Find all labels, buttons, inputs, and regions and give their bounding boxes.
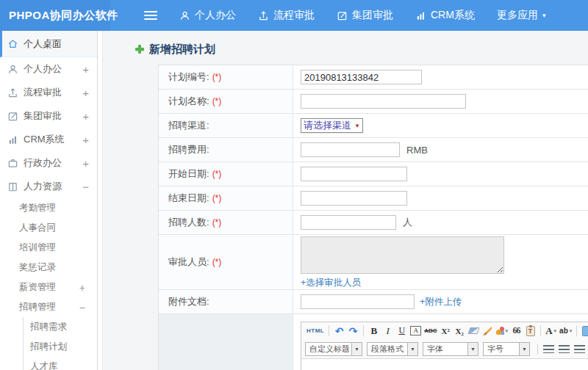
start-date-input[interactable] <box>301 167 407 181</box>
sidebar-item-training-mgmt[interactable]: 培训管理 <box>0 238 97 258</box>
sidebar-item-attendance-mgmt[interactable]: 考勤管理 <box>0 198 97 218</box>
font-size-combo[interactable]: 字号 ▼ <box>483 342 530 356</box>
hamburger-icon[interactable] <box>144 9 157 22</box>
nav-item-workflow-approval[interactable]: 流程审批 <box>258 9 315 22</box>
superscript-button[interactable]: X² <box>440 327 451 335</box>
sidebar-item-personal-office[interactable]: 个人办公 + <box>0 57 97 81</box>
collapse-minus-icon[interactable]: − <box>79 302 85 313</box>
sidebar-item-human-resources[interactable]: 人力资源 − <box>0 175 97 198</box>
briefcase-icon <box>7 158 18 169</box>
sidebar-item-recruit-plan[interactable]: 招聘计划 <box>24 337 97 357</box>
sidebar-item-recruit-demand[interactable]: 招聘需求 <box>24 317 97 337</box>
sidebar-item-group-approval[interactable]: 集团审批 + <box>0 104 97 128</box>
eraser-button[interactable] <box>468 327 479 334</box>
paragraph-format-combo[interactable]: 段落格式 ▼ <box>367 342 418 356</box>
sidebar-sub-label: 薪资管理 <box>19 281 56 294</box>
caret-down-icon: ▾ <box>570 328 573 334</box>
eraser-icon <box>467 327 479 334</box>
font-color-button[interactable]: A▾ <box>545 325 556 337</box>
channel-select[interactable]: 请选择渠道 ▼ <box>301 118 363 133</box>
form-row-channel: 招聘渠道: 请选择渠道 ▼ <box>159 114 588 138</box>
field-label: 开始日期: (*) <box>159 162 293 186</box>
sidebar-item-admin-office[interactable]: 行政办公 + <box>0 151 97 175</box>
bold-button[interactable]: B <box>368 325 379 337</box>
sidebar-item-workflow-approval[interactable]: 流程审批 + <box>0 81 97 104</box>
sidebar-item-hr-contract[interactable]: 人事合同 <box>0 218 97 238</box>
italic-button[interactable]: I <box>382 325 393 337</box>
expand-plus-icon[interactable]: + <box>82 63 89 76</box>
broom-icon <box>483 327 492 335</box>
nav-item-crm-system[interactable]: CRM系统 <box>415 9 475 22</box>
nav-item-more-apps[interactable]: 更多应用 ▾ <box>497 9 546 22</box>
sidebar-item-recruit-mgmt[interactable]: 招聘管理 − <box>0 297 97 317</box>
sidebar-sub-label: 培训管理 <box>19 242 56 254</box>
end-date-input[interactable] <box>301 191 407 206</box>
strikethrough-button[interactable]: ABC <box>424 327 437 334</box>
nav-item-group-approval[interactable]: 集团审批 <box>337 9 393 22</box>
sidebar-item-label: CRM系统 <box>24 133 65 146</box>
sidebar-sub-label: 招聘需求 <box>30 321 67 333</box>
app-logo: PHPOA协同办公软件 <box>0 0 110 31</box>
redo-button[interactable]: ↷ <box>348 325 359 337</box>
emotion-button[interactable] <box>581 326 588 336</box>
attachment-upload-link[interactable]: +附件上传 <box>420 296 462 308</box>
edit-icon <box>7 111 18 122</box>
expand-plus-icon[interactable]: + <box>82 157 89 170</box>
expand-plus-icon[interactable]: + <box>82 134 89 146</box>
field-label: 招聘费用: <box>159 138 293 162</box>
field-label: 计划名称: (*) <box>159 90 293 113</box>
collapse-minus-icon[interactable]: − <box>82 181 89 193</box>
expand-plus-icon[interactable]: + <box>82 110 89 123</box>
custom-heading-combo[interactable]: 自定义标题 ▼ <box>305 342 362 356</box>
sidebar-item-talent-pool[interactable]: 人才库 <box>24 357 97 370</box>
choose-approver-link[interactable]: +选择审批人员 <box>301 277 361 289</box>
nav-label: CRM系统 <box>431 9 475 22</box>
approver-textarea[interactable] <box>301 236 504 274</box>
sidebar-divider <box>98 31 103 370</box>
sidebar-item-label: 行政办公 <box>24 156 62 170</box>
book-icon <box>7 181 18 192</box>
subscript-button[interactable]: X₂ <box>454 327 465 335</box>
field-label-empty <box>159 314 293 370</box>
sidebar-item-crm-system[interactable]: CRM系统 + <box>0 128 97 151</box>
font-family-combo[interactable]: 字体 ▼ <box>423 342 478 356</box>
align-right-button[interactable] <box>574 345 585 353</box>
align-left-button[interactable] <box>543 345 554 353</box>
headcount-input[interactable] <box>301 215 396 230</box>
unit-suffix: 人 <box>403 216 412 229</box>
expand-plus-icon[interactable]: + <box>79 282 85 294</box>
expand-plus-icon[interactable]: + <box>82 87 89 99</box>
sidebar-item-reward-punish[interactable]: 奖惩记录 <box>0 258 97 278</box>
required-marker: (*) <box>212 217 222 228</box>
html-source-button[interactable]: HTML <box>306 327 324 334</box>
sidebar-item-desktop[interactable]: 个人桌面 <box>0 31 97 57</box>
clipboard-icon: T <box>526 326 535 336</box>
fee-input[interactable] <box>301 142 400 157</box>
field-label: 结束日期: (*) <box>159 186 293 210</box>
background-color-button[interactable]: ab▾ <box>559 327 572 335</box>
flow-icon <box>7 87 18 98</box>
nav-item-personal-office[interactable]: 个人办公 <box>179 9 236 22</box>
format-painter-button[interactable] <box>482 327 493 335</box>
align-center-button[interactable] <box>559 345 570 353</box>
toolbar-separator <box>537 344 538 355</box>
nav-label: 流程审批 <box>273 9 315 22</box>
sidebar-item-label: 人力资源 <box>24 180 62 193</box>
form-row-start-date: 开始日期: (*) <box>159 162 588 186</box>
plan-name-input[interactable] <box>301 94 466 109</box>
sidebar-item-salary-mgmt[interactable]: 薪资管理 + <box>0 278 97 297</box>
auto-typeset-button[interactable]: ▾ <box>496 327 509 335</box>
paste-text-button[interactable]: T <box>525 326 536 336</box>
form-row-approver: 审批人员: (*) +选择审批人员 <box>159 235 588 290</box>
blockquote-button[interactable]: 66 <box>511 325 522 336</box>
combo-caret-icon: ▼ <box>468 342 478 356</box>
editor-content-area[interactable] <box>301 359 588 370</box>
underline-button[interactable]: U <box>396 325 407 336</box>
plan-number-input[interactable] <box>301 70 422 84</box>
select-caret-icon: ▼ <box>354 123 360 129</box>
font-style-button[interactable]: A <box>410 326 421 335</box>
form-row-end-date: 结束日期: (*) <box>159 186 588 211</box>
field-label: 附件文档: <box>159 290 293 313</box>
undo-button[interactable]: ↶ <box>334 325 345 337</box>
attachment-input[interactable] <box>301 294 415 309</box>
